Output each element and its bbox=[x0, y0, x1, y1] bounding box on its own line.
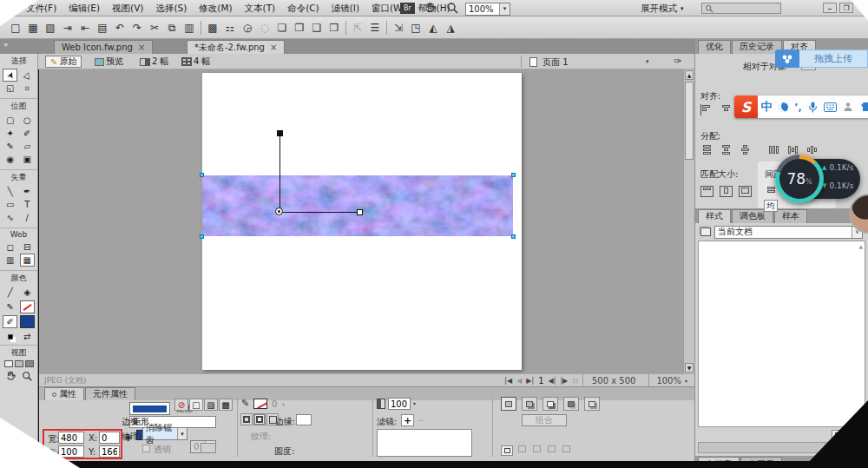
scroll-thumb[interactable] bbox=[685, 82, 694, 160]
canvas-area[interactable] bbox=[39, 69, 683, 373]
swap-colors-button[interactable]: ⇄ bbox=[20, 330, 35, 343]
bring-front-icon[interactable]: ❑ bbox=[308, 20, 326, 36]
fill-color-swatch[interactable] bbox=[20, 315, 35, 328]
original-view-button[interactable]: ✎ 原始 bbox=[45, 56, 82, 68]
send-back-icon[interactable]: ❒ bbox=[326, 20, 343, 36]
scroll-down-icon[interactable]: ▼ bbox=[685, 363, 694, 372]
fill-none-button[interactable]: ⊘ bbox=[174, 399, 188, 411]
last-page-icon[interactable]: ▶| bbox=[526, 377, 534, 385]
scroll-up-icon[interactable]: ▲ bbox=[685, 70, 694, 80]
new-doc-icon[interactable]: □ bbox=[7, 20, 24, 36]
page-indicator[interactable]: 页面 1 bbox=[542, 56, 569, 69]
stroke-center-button[interactable] bbox=[253, 413, 266, 425]
align-center-button[interactable] bbox=[720, 104, 733, 115]
flip-horizontal-icon[interactable]: ◭ bbox=[424, 20, 442, 36]
style-icon[interactable] bbox=[548, 445, 556, 452]
filters-list[interactable] bbox=[377, 429, 472, 457]
prev-state-icon[interactable]: ◀| bbox=[549, 377, 556, 385]
hide-slices-button[interactable]: ▥ bbox=[3, 254, 17, 267]
knife-tool[interactable]: ∕ bbox=[20, 211, 35, 224]
menu-commands[interactable]: 命令(C) bbox=[287, 3, 319, 15]
paste-attributes-icon[interactable]: ⇲ bbox=[390, 20, 407, 36]
distribute-middle-button[interactable] bbox=[720, 144, 733, 155]
stroke-color-swatch[interactable] bbox=[20, 300, 35, 313]
current-document-select[interactable]: 当前文档∨ bbox=[714, 226, 863, 239]
full-screen-button[interactable] bbox=[25, 360, 34, 367]
pencil-tool[interactable]: ✎ bbox=[3, 140, 17, 153]
style-icon[interactable] bbox=[562, 445, 570, 452]
tab-web-icon-document[interactable]: Web Icon.fw.png × bbox=[54, 40, 153, 54]
marquee-tool[interactable]: ▢ bbox=[3, 114, 17, 127]
print-icon[interactable]: ▤ bbox=[94, 20, 111, 36]
copy-icon[interactable]: ⧉ bbox=[163, 20, 181, 36]
close-icon[interactable]: × bbox=[138, 43, 145, 52]
canvas-size-icon[interactable]: ▩ bbox=[204, 20, 221, 36]
menu-modify[interactable]: 修改(M) bbox=[199, 3, 232, 15]
eyedropper-tool[interactable]: ╱ bbox=[3, 286, 17, 299]
ungroup-icon[interactable]: ❐ bbox=[291, 20, 308, 36]
tab-symbol-properties[interactable]: 元件属性 bbox=[85, 387, 135, 400]
open-icon[interactable]: ▧ bbox=[42, 20, 59, 36]
brush-tool[interactable]: ✐ bbox=[20, 127, 35, 140]
style-icon[interactable] bbox=[533, 445, 541, 452]
sogou-logo-icon[interactable]: S bbox=[734, 96, 758, 118]
width-input[interactable] bbox=[58, 432, 84, 444]
selection-handle[interactable] bbox=[200, 173, 204, 177]
ime-profile-icon[interactable] bbox=[839, 102, 857, 112]
selection-handle[interactable] bbox=[200, 234, 204, 239]
styles-source-icon[interactable] bbox=[700, 227, 711, 236]
tab-swatches[interactable]: 样本 bbox=[774, 209, 807, 223]
eraser-tool[interactable]: ▱ bbox=[20, 140, 35, 153]
hand-tool[interactable] bbox=[5, 371, 16, 382]
group-icon[interactable]: ❏ bbox=[273, 20, 291, 36]
app-search-input[interactable] bbox=[701, 3, 781, 14]
menu-text[interactable]: 文本(T) bbox=[245, 3, 276, 15]
menu-filters[interactable]: 滤镜(I) bbox=[332, 3, 359, 15]
y-input[interactable] bbox=[99, 445, 120, 458]
workspace-switcher[interactable]: 展开模式▾ bbox=[641, 2, 684, 15]
distribute-left-button[interactable] bbox=[768, 144, 781, 155]
transparent-slider[interactable] bbox=[201, 443, 216, 453]
canvas-vscrollbar[interactable]: ▲ ▼ bbox=[683, 69, 694, 373]
next-state-icon[interactable]: |▶ bbox=[560, 377, 568, 385]
align-left-button[interactable] bbox=[700, 104, 713, 115]
page-caret-icon[interactable]: ▾ bbox=[646, 58, 649, 65]
tab-untitled-document[interactable]: *未命名-2.fw.png × bbox=[187, 40, 285, 54]
fill-pattern-button[interactable]: ▩ bbox=[219, 399, 233, 411]
menu-select[interactable]: 选择(S) bbox=[155, 3, 187, 15]
mask-paste-button[interactable] bbox=[584, 397, 600, 411]
new-style-button[interactable] bbox=[501, 445, 513, 456]
distribute-right-button[interactable] bbox=[806, 144, 819, 155]
rubber-stamp-tool[interactable]: ▣ bbox=[20, 153, 35, 166]
tab-optimize[interactable]: 优化 bbox=[698, 40, 731, 54]
restore-button[interactable]: ❐ bbox=[839, 3, 853, 13]
selected-rectangle-object[interactable] bbox=[202, 175, 513, 236]
gradient-end-handle[interactable] bbox=[357, 209, 363, 215]
even-spacing-button[interactable]: 均 bbox=[764, 200, 778, 212]
rectangle-tool[interactable]: ▭ bbox=[3, 198, 17, 211]
distribute-top-button[interactable] bbox=[700, 144, 713, 155]
freeform-tool[interactable]: ∿ bbox=[3, 211, 17, 224]
add-filter-button[interactable]: + bbox=[401, 414, 414, 426]
ime-fullmoon-icon[interactable] bbox=[775, 102, 792, 112]
minimize-button[interactable]: – bbox=[823, 3, 837, 13]
blur-tool[interactable]: ◉ bbox=[3, 153, 17, 166]
transparent-checkbox[interactable] bbox=[142, 445, 150, 452]
fill-color-icon[interactable]: ✐ bbox=[3, 315, 17, 328]
subselection-tool[interactable]: ▷ bbox=[20, 69, 35, 82]
mask-empty-button[interactable] bbox=[501, 397, 516, 411]
default-colors-button[interactable] bbox=[3, 330, 17, 343]
full-screen-menu-button[interactable] bbox=[15, 360, 23, 367]
first-page-icon[interactable]: |◀ bbox=[504, 377, 512, 385]
pen-tool[interactable]: ✒ bbox=[20, 185, 35, 198]
fill-edge-select[interactable]: 消除锯齿▾ bbox=[142, 427, 187, 440]
menu-edit[interactable]: 编辑(E) bbox=[69, 3, 100, 15]
x-input[interactable] bbox=[99, 432, 120, 444]
selection-handle[interactable] bbox=[511, 234, 516, 239]
standard-screen-button[interactable] bbox=[4, 360, 13, 367]
match-both-button[interactable] bbox=[739, 186, 752, 197]
save-icon[interactable]: ▦ bbox=[24, 20, 42, 36]
close-icon[interactable]: × bbox=[270, 43, 277, 52]
stroke-inside-button[interactable] bbox=[240, 413, 253, 425]
export-icon[interactable]: ⇤ bbox=[76, 20, 94, 36]
